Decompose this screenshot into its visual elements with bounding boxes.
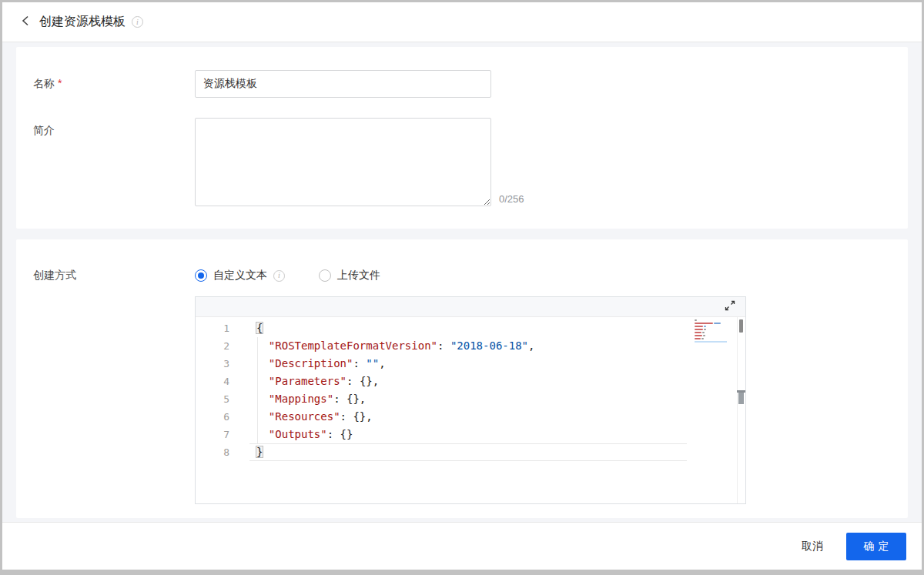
- line-content: }: [229, 443, 263, 461]
- radio-selected-icon: [195, 269, 207, 282]
- code-line: 4 "Parameters": {},: [196, 373, 745, 390]
- editor-body[interactable]: 1{2 "ROSTemplateFormatVersion": "2018-06…: [196, 317, 745, 503]
- editor-toolbar: [196, 297, 745, 317]
- page-title: 创建资源栈模板: [39, 14, 126, 30]
- name-label: 名称*: [33, 77, 195, 91]
- creation-method-label: 创建方式: [33, 267, 195, 504]
- back-button[interactable]: [18, 15, 33, 30]
- custom-text-info-icon[interactable]: i: [273, 270, 285, 282]
- radio-upload-file-label: 上传文件: [337, 269, 380, 282]
- code-line: 2 "ROSTemplateFormatVersion": "2018-06-1…: [196, 337, 745, 355]
- line-number: 1: [196, 319, 229, 337]
- page-footer: 取消 确定: [2, 522, 922, 570]
- radio-upload-file[interactable]: 上传文件: [319, 269, 380, 282]
- creation-method-row: 创建方式 自定义文本 i 上传文件: [33, 267, 892, 504]
- required-asterisk: *: [58, 77, 62, 89]
- code-line: 8}: [196, 443, 745, 461]
- line-number: 6: [196, 408, 229, 426]
- template-code-editor: 1{2 "ROSTemplateFormatVersion": "2018-06…: [195, 296, 746, 504]
- editor-scrollbar[interactable]: [737, 317, 745, 503]
- code-line: 3 "Description": "",: [196, 355, 745, 373]
- editor-minimap[interactable]: [695, 319, 727, 343]
- title-info-icon[interactable]: i: [132, 16, 143, 28]
- line-content: "Description": "",: [229, 355, 386, 373]
- description-field-row: 简介 0/256: [33, 118, 892, 206]
- cancel-button[interactable]: 取消: [802, 540, 823, 553]
- radio-unselected-icon: [319, 269, 331, 282]
- line-number: 7: [196, 426, 229, 443]
- code-line: 6 "Resources": {},: [196, 408, 745, 426]
- name-field-row: 名称*: [33, 70, 892, 98]
- chevron-left-icon: [21, 15, 30, 29]
- char-counter: 0/256: [499, 193, 524, 206]
- line-content: "Outputs": {}: [229, 426, 353, 443]
- description-control: 0/256: [195, 118, 524, 206]
- name-label-text: 名称: [33, 77, 55, 89]
- radio-group: 自定义文本 i 上传文件: [195, 267, 746, 284]
- radio-custom-text-label: 自定义文本: [213, 269, 267, 282]
- minimap-current-line: [695, 341, 727, 343]
- create-stack-template-page: 创建资源栈模板 i 名称* 简介 0/256 创建方式: [0, 0, 924, 575]
- expand-arrows-icon: [725, 300, 735, 314]
- page-body: 名称* 简介 0/256 创建方式 自定义: [2, 42, 922, 518]
- line-content: {: [229, 319, 263, 337]
- line-number: 2: [196, 337, 229, 355]
- scrollbar-thumb-top[interactable]: [739, 319, 743, 333]
- line-content: "Mappings": {},: [229, 390, 366, 408]
- creation-method-card: 创建方式 自定义文本 i 上传文件: [16, 239, 908, 518]
- line-content: "Resources": {},: [229, 408, 373, 426]
- line-content: "Parameters": {},: [229, 373, 379, 390]
- line-number: 4: [196, 373, 229, 390]
- creation-method-control: 自定义文本 i 上传文件: [195, 267, 746, 504]
- name-input[interactable]: [195, 70, 491, 98]
- page-header: 创建资源栈模板 i: [2, 2, 922, 42]
- description-label: 简介: [33, 118, 195, 206]
- code-line: 5 "Mappings": {},: [196, 390, 745, 408]
- line-number: 5: [196, 390, 229, 408]
- scrollbar-thumb-mid[interactable]: [738, 390, 744, 404]
- code-line: 7 "Outputs": {}: [196, 426, 745, 443]
- radio-custom-text[interactable]: 自定义文本 i: [195, 269, 285, 282]
- confirm-button[interactable]: 确定: [846, 533, 906, 560]
- code-lines: 1{2 "ROSTemplateFormatVersion": "2018-06…: [196, 319, 745, 461]
- line-number: 3: [196, 355, 229, 373]
- description-textarea[interactable]: [195, 118, 491, 206]
- basic-info-card: 名称* 简介 0/256: [16, 47, 908, 229]
- line-number: 8: [196, 443, 229, 461]
- fullscreen-expand-button[interactable]: [724, 301, 736, 313]
- line-content: "ROSTemplateFormatVersion": "2018-06-18"…: [229, 337, 534, 355]
- code-line: 1{: [196, 319, 745, 337]
